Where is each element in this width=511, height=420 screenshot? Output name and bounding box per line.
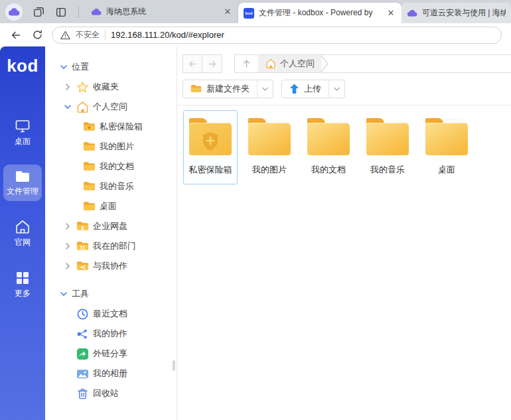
- folder-users-icon: [76, 240, 89, 253]
- folder-icon: [307, 118, 350, 155]
- breadcrumb-bar: 个人空间: [234, 54, 511, 73]
- explorer-main: 个人空间 新建文件夹: [177, 46, 511, 420]
- chevron-down-icon[interactable]: [58, 291, 69, 297]
- tab-close-icon[interactable]: ✕: [386, 8, 396, 19]
- tab-close-icon[interactable]: ✕: [222, 7, 233, 17]
- tree-label: 我的协作: [93, 328, 127, 340]
- tree-item-my-collaboration[interactable]: 我的协作: [45, 324, 177, 344]
- chevron-right-icon[interactable]: [62, 84, 73, 90]
- security-label[interactable]: 不安全: [76, 29, 100, 40]
- nav-up-button[interactable]: [235, 55, 259, 72]
- tree-label: 私密保险箱: [100, 121, 143, 133]
- nav-back-button[interactable]: [183, 54, 202, 73]
- tree-item-my-music[interactable]: 我的音乐: [45, 176, 177, 196]
- tree-item-recycle-bin[interactable]: 回收站: [45, 384, 177, 403]
- sidebar-item-more[interactable]: 更多: [3, 265, 42, 303]
- chevron-down-icon[interactable]: [62, 104, 73, 110]
- folder-paper-icon: [425, 118, 468, 155]
- browser-window: 海纳思系统 ✕ kod 文件管理 - kodbox - Powered by ✕…: [0, 0, 511, 420]
- folder-icon: [82, 180, 96, 193]
- external-link-icon: [76, 347, 89, 360]
- tree-item-private-safe[interactable]: 私密保险箱: [45, 117, 177, 137]
- sidebar-item-desktop[interactable]: 桌面: [3, 113, 42, 151]
- tree-scrollbar[interactable]: [173, 360, 175, 371]
- grid-item-my-music[interactable]: 我的音乐: [360, 110, 415, 184]
- breadcrumb-chevron-icon: [321, 55, 329, 72]
- tree-label: 企业网盘: [93, 220, 127, 232]
- new-folder-split-button: 新建文件夹: [183, 80, 273, 98]
- grid-item-private-safe[interactable]: 私密保险箱: [183, 110, 238, 184]
- grid-item-my-pictures[interactable]: 我的图片: [242, 110, 297, 184]
- folder-tree-panel: 位置 收藏夹 个人空间 私密保险箱 我的图片: [45, 46, 177, 420]
- tree-item-recent-docs[interactable]: 最近文档: [45, 304, 177, 324]
- address-bar: 不安全 192.168.111.20/kod/#explorer: [0, 23, 511, 46]
- sidebar-item-website[interactable]: 官网: [3, 214, 42, 252]
- grid-item-desktop[interactable]: 桌面: [419, 110, 474, 184]
- url-field[interactable]: 不安全 192.168.111.20/kod/#explorer: [52, 27, 502, 44]
- tab-kodbox-active[interactable]: kod 文件管理 - kodbox - Powered by ✕: [238, 3, 402, 23]
- cloud-badge-icon[interactable]: [5, 3, 23, 21]
- chevron-right-icon[interactable]: [62, 243, 73, 249]
- kodbox-app: kod 桌面 文件管理 官网 更多 位置: [0, 46, 511, 420]
- new-folder-dropdown[interactable]: [257, 80, 273, 98]
- tree-label: 我的图片: [100, 141, 134, 153]
- tree-label: 个人空间: [93, 101, 127, 113]
- chevron-right-icon[interactable]: [62, 263, 73, 269]
- tab-hinas-system[interactable]: 海纳思系统 ✕: [86, 0, 238, 23]
- tree-item-my-pictures[interactable]: 我的图片: [45, 137, 177, 157]
- album-icon: [76, 367, 89, 380]
- toolbar-row: 新建文件夹 上传: [183, 80, 511, 98]
- tree-item-favorites[interactable]: 收藏夹: [45, 77, 177, 97]
- tree-label: 我的音乐: [100, 180, 134, 192]
- sidebar-item-file-manager[interactable]: 文件管理: [3, 165, 42, 201]
- tab-kodcloud-docs[interactable]: 可道云安装与使用 | 海纳思: [402, 3, 511, 23]
- tree-group-file-types[interactable]: 文件类型: [45, 415, 177, 420]
- monitor-icon: [15, 119, 31, 133]
- star-icon: [76, 80, 89, 94]
- new-folder-button[interactable]: 新建文件夹: [183, 80, 257, 98]
- tab-stack-icon[interactable]: [32, 5, 45, 19]
- nav-forward-button[interactable]: [202, 54, 222, 73]
- tree-group-tools[interactable]: 工具: [45, 284, 177, 304]
- home-icon: [76, 100, 89, 113]
- caret-down-icon: [262, 87, 268, 91]
- back-icon[interactable]: [9, 29, 23, 42]
- upload-dropdown[interactable]: [328, 80, 344, 98]
- tree-item-my-documents[interactable]: 我的文档: [45, 157, 177, 176]
- clock-icon: [76, 307, 89, 320]
- grid-item-label: 我的音乐: [370, 164, 405, 176]
- grid-item-label: 我的图片: [252, 164, 287, 176]
- tab-title: 可道云安装与使用 | 海纳思: [422, 7, 506, 19]
- tree-group-location[interactable]: 位置: [45, 57, 177, 77]
- tree-item-personal-space[interactable]: 个人空间: [45, 97, 177, 117]
- upload-button[interactable]: 上传: [282, 80, 328, 98]
- folder-icon: [248, 118, 291, 155]
- tree-label: 工具: [72, 288, 89, 300]
- tree-item-my-department[interactable]: 我在的部门: [45, 236, 177, 256]
- cloud-favicon: [407, 9, 417, 17]
- chevron-down-icon[interactable]: [58, 64, 69, 70]
- new-folder-label: 新建文件夹: [206, 83, 250, 95]
- vertical-tabs-icon[interactable]: [54, 5, 68, 19]
- tree-item-shared-with-me[interactable]: 与我协作: [45, 256, 177, 276]
- grid-item-my-documents[interactable]: 我的文档: [301, 110, 356, 184]
- sidebar-item-label: 桌面: [15, 136, 31, 147]
- refresh-icon[interactable]: [31, 29, 44, 42]
- tab-title: 文件管理 - kodbox - Powered by: [259, 7, 381, 19]
- tree-item-desktop[interactable]: 桌面: [45, 196, 177, 216]
- url-text[interactable]: 192.168.111.20/kod/#explorer: [111, 30, 224, 40]
- tree-item-external-share[interactable]: 外链分享: [45, 344, 177, 364]
- tree-label: 我的相册: [93, 368, 127, 380]
- share-nodes-icon: [76, 327, 89, 340]
- tree-label: 外链分享: [93, 348, 127, 360]
- chevron-right-icon[interactable]: [62, 223, 73, 230]
- kod-logo: kod: [7, 56, 38, 76]
- trash-icon: [76, 387, 89, 400]
- breadcrumb-segment-personal-space[interactable]: 个人空间: [259, 55, 321, 72]
- breadcrumb-row: 个人空间: [183, 54, 511, 73]
- tree-item-my-albums[interactable]: 我的相册: [45, 364, 177, 384]
- tree-label: 我的文档: [100, 161, 134, 173]
- tab-bar: 海纳思系统 ✕ kod 文件管理 - kodbox - Powered by ✕…: [0, 0, 511, 23]
- folder-icon: [82, 160, 96, 173]
- tree-item-enterprise-disk[interactable]: 企业网盘: [45, 216, 177, 236]
